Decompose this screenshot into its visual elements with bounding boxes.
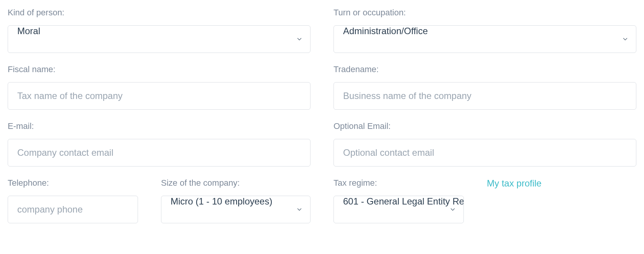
- telephone-label: Telephone:: [8, 178, 138, 188]
- email-input[interactable]: [8, 139, 310, 167]
- fiscal-name-input[interactable]: [8, 82, 310, 110]
- size-of-company-label: Size of the company:: [161, 178, 310, 188]
- turn-or-occupation-select[interactable]: Administration/Office: [334, 25, 636, 53]
- telephone-input[interactable]: [8, 196, 138, 223]
- optional-email-field: Optional Email:: [334, 121, 636, 167]
- tax-regime-select-wrapper: 601 - General Legal Entity Regime: [334, 196, 464, 223]
- turn-or-occupation-select-wrapper: Administration/Office: [334, 25, 636, 53]
- telephone-field: Telephone:: [8, 178, 138, 223]
- fiscal-name-label: Fiscal name:: [8, 64, 310, 74]
- turn-or-occupation-field: Turn or occupation: Administration/Offic…: [334, 8, 636, 53]
- tradename-input[interactable]: [334, 82, 636, 110]
- optional-email-input[interactable]: [334, 139, 636, 167]
- email-field: E-mail:: [8, 121, 310, 167]
- tradename-field: Tradename:: [334, 64, 636, 110]
- size-of-company-field: Size of the company: Micro (1 - 10 emplo…: [161, 178, 310, 223]
- optional-email-label: Optional Email:: [334, 121, 636, 131]
- tax-profile-link-wrapper: My tax profile: [487, 178, 636, 223]
- turn-or-occupation-label: Turn or occupation:: [334, 8, 636, 18]
- tradename-label: Tradename:: [334, 64, 636, 74]
- size-of-company-select[interactable]: Micro (1 - 10 employees): [161, 196, 310, 223]
- kind-of-person-select-wrapper: Moral: [8, 25, 310, 53]
- kind-of-person-field: Kind of person: Moral: [8, 8, 310, 53]
- kind-of-person-label: Kind of person:: [8, 8, 310, 18]
- kind-of-person-select[interactable]: Moral: [8, 25, 310, 53]
- tax-regime-field: Tax regime: 601 - General Legal Entity R…: [334, 178, 464, 223]
- tax-profile-link[interactable]: My tax profile: [487, 178, 542, 189]
- email-label: E-mail:: [8, 121, 310, 131]
- tax-regime-select[interactable]: 601 - General Legal Entity Regime: [334, 196, 464, 223]
- tax-regime-label: Tax regime:: [334, 178, 464, 188]
- fiscal-name-field: Fiscal name:: [8, 64, 310, 110]
- size-of-company-select-wrapper: Micro (1 - 10 employees): [161, 196, 310, 223]
